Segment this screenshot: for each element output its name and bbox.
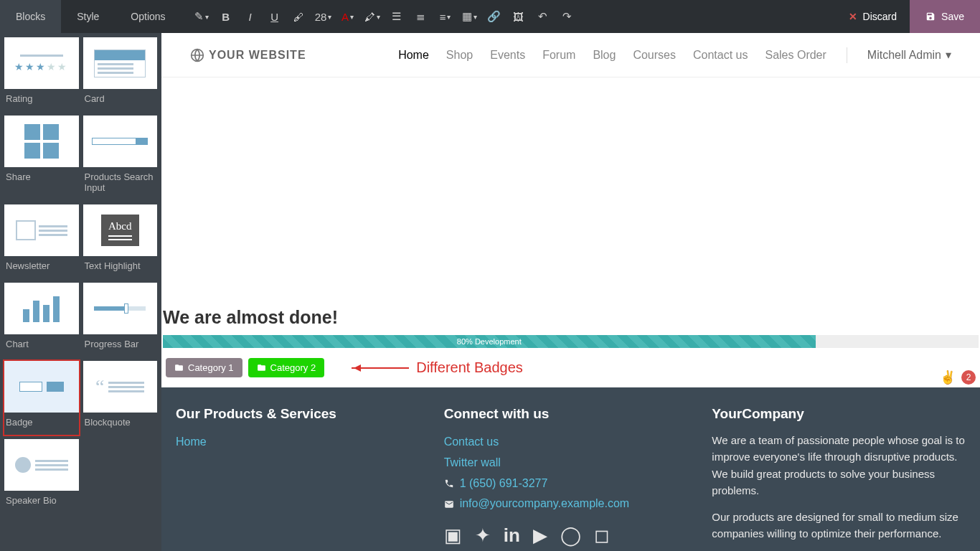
user-menu[interactable]: Mitchell Admin ▾ [867, 48, 951, 62]
block-rating[interactable]: ★★★★★ Rating [4, 37, 79, 111]
nav-shop[interactable]: Shop [446, 49, 473, 62]
footer-about-p1: We are a team of passionate people whose… [712, 432, 966, 499]
save-icon [925, 11, 936, 22]
magic-icon[interactable]: ✎▾ [194, 9, 209, 24]
linkedin-icon[interactable]: in [504, 524, 520, 547]
block-label: Text Highlight [83, 256, 158, 278]
font-size-select[interactable]: 28▾ [316, 9, 331, 24]
footer-phone[interactable]: 1 (650) 691-3277 [460, 474, 548, 494]
folder-icon [174, 363, 184, 372]
font-color-icon[interactable]: A▾ [341, 9, 355, 24]
badge-category-1[interactable]: Category 1 [166, 358, 242, 377]
nav-sales-order[interactable]: Sales Order [765, 49, 826, 62]
main-nav: Home Shop Events Forum Blog Courses Cont… [398, 47, 951, 63]
block-label: Progress Bar [83, 334, 158, 357]
block-chart[interactable]: Chart [4, 283, 79, 357]
block-label: Blockquote [83, 413, 158, 435]
footer-col-products: Our Products & Services Home [176, 406, 430, 547]
discard-button[interactable]: ✕ Discard [836, 0, 910, 33]
block-label: Badge [4, 413, 79, 435]
logo-text: YOUR WEBSITE [209, 49, 306, 62]
strike-icon[interactable]: 🖋 [292, 9, 306, 24]
footer-title-products: Our Products & Services [176, 406, 430, 422]
footer-title-connect: Connect with us [444, 406, 698, 422]
ordered-list-icon[interactable]: ≣ [414, 9, 428, 24]
tab-blocks[interactable]: Blocks [0, 0, 61, 33]
tab-options[interactable]: Options [115, 0, 181, 33]
tab-blocks-label: Blocks [16, 11, 45, 22]
footer-link-home[interactable]: Home [176, 432, 430, 453]
instagram-icon[interactable]: ◻ [594, 524, 610, 547]
arrow-left-icon [352, 367, 409, 369]
block-label: Speaker Bio [4, 491, 79, 513]
block-badge[interactable]: Badge [4, 361, 79, 435]
nav-forum[interactable]: Forum [542, 49, 575, 62]
footer-link-contact[interactable]: Contact us [444, 432, 698, 453]
site-footer: Our Products & Services Home Connect wit… [161, 387, 980, 551]
block-newsletter[interactable]: Newsletter [4, 204, 79, 278]
blocks-panel[interactable]: ★★★★★ Rating Card Share Products Search … [0, 33, 161, 551]
block-label: Chart [4, 334, 79, 357]
nav-home[interactable]: Home [398, 49, 429, 62]
nav-courses[interactable]: Courses [633, 49, 676, 62]
globe-icon [190, 48, 204, 62]
block-text-highlight[interactable]: Abcd Text Highlight [83, 204, 158, 278]
block-label: Rating [4, 89, 79, 111]
block-products-search[interactable]: Products Search Input [83, 116, 158, 200]
progress-fill: 80% Development [163, 335, 816, 348]
link-icon[interactable]: 🔗 [487, 9, 501, 24]
notification-badge[interactable]: 2 [961, 370, 976, 385]
redo-icon[interactable]: ↷ [560, 9, 575, 24]
youtube-icon[interactable]: ▶ [533, 524, 547, 547]
website-canvas[interactable]: YOUR WEBSITE Home Shop Events Forum Blog… [161, 33, 980, 551]
social-icons-row: ▣ ✦ in ▶ ◯ ◻ [444, 524, 698, 547]
user-name: Mitchell Admin [867, 49, 941, 62]
tab-style[interactable]: Style [61, 0, 115, 33]
close-icon: ✕ [849, 11, 857, 22]
footer-col-connect: Connect with us Contact us Twitter wall … [444, 406, 698, 547]
footer-about-p2: Our products are designed for small to m… [712, 509, 966, 542]
email-icon [444, 499, 454, 509]
bold-icon[interactable]: B [219, 9, 233, 24]
formatting-toolbar: ✎▾ B I U 🖋 28▾ A▾ 🖍▾ ☰ ≣ ≡▾ ▦▾ 🔗 🖼 ↶ ↷ [182, 0, 575, 33]
save-button[interactable]: Save [910, 0, 980, 33]
badges-row: Category 1 Category 2 Different Badges ✌… [161, 348, 980, 387]
block-progress-bar[interactable]: Progress Bar [83, 283, 158, 357]
twitter-icon[interactable]: ✦ [475, 524, 491, 547]
progress-bar[interactable]: 80% Development [163, 335, 979, 348]
victory-emoji[interactable]: ✌️ [940, 369, 956, 385]
block-speaker-bio[interactable]: Speaker Bio [4, 439, 79, 513]
unordered-list-icon[interactable]: ☰ [390, 9, 404, 24]
facebook-icon[interactable]: ▣ [444, 524, 462, 547]
site-logo[interactable]: YOUR WEBSITE [190, 48, 306, 62]
badge-category-2[interactable]: Category 2 [248, 358, 325, 377]
image-icon[interactable]: 🖼 [512, 9, 526, 24]
phone-icon [444, 479, 454, 489]
nav-contact[interactable]: Contact us [693, 49, 748, 62]
underline-icon[interactable]: U [268, 9, 282, 24]
github-icon[interactable]: ◯ [560, 524, 581, 547]
annotation-text: Different Badges [416, 359, 523, 376]
align-icon[interactable]: ≡▾ [438, 9, 453, 24]
font-size-value: 28 [315, 11, 327, 23]
progress-label: 80% Development [457, 337, 522, 346]
block-blockquote[interactable]: “ Blockquote [83, 361, 158, 435]
site-header: YOUR WEBSITE Home Shop Events Forum Blog… [161, 33, 980, 77]
editor-top-toolbar: Blocks Style Options ✎▾ B I U 🖋 28▾ A▾ 🖍… [0, 0, 980, 33]
italic-icon[interactable]: I [243, 9, 258, 24]
block-card[interactable]: Card [83, 37, 158, 111]
footer-link-twitter[interactable]: Twitter wall [444, 453, 698, 474]
nav-events[interactable]: Events [490, 49, 525, 62]
block-share[interactable]: Share [4, 116, 79, 200]
folder-icon [257, 363, 266, 372]
table-icon[interactable]: ▦▾ [463, 9, 477, 24]
block-label: Newsletter [4, 256, 79, 278]
undo-icon[interactable]: ↶ [536, 9, 550, 24]
footer-email[interactable]: info@yourcompany.example.com [460, 494, 630, 514]
annotation-overlay: Different Badges [352, 359, 523, 376]
heading-almost-done[interactable]: We are almost done! [161, 278, 980, 335]
footer-title-about: YourCompany [712, 406, 966, 422]
nav-blog[interactable]: Blog [593, 49, 616, 62]
block-label: Card [83, 89, 158, 111]
highlight-color-icon[interactable]: 🖍▾ [365, 9, 380, 24]
